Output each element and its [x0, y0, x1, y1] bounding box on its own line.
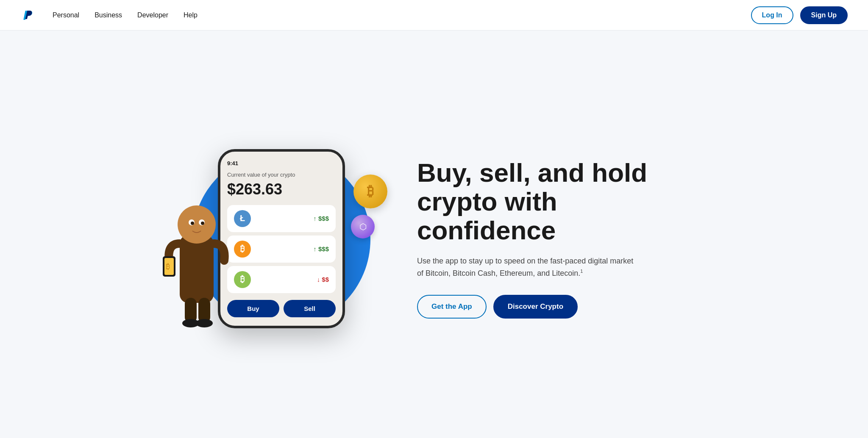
paypal-logo-icon[interactable]	[20, 8, 36, 23]
hero-title: Buy, sell, and hold crypto with confiden…	[417, 158, 688, 245]
phone-mockup: 9:41 Current value of your crypto $263.6…	[218, 149, 345, 328]
footnote-marker: 1	[580, 269, 583, 274]
character-illustration: ₿	[163, 184, 231, 328]
nav-developer[interactable]: Developer	[137, 11, 168, 19]
phone-time: 9:41	[227, 160, 336, 166]
phone-crypto-value: $263.63	[227, 180, 336, 198]
nav-help[interactable]: Help	[184, 11, 198, 19]
svg-point-1	[178, 205, 216, 244]
crypto-row-ltc: Ł ↑ $$$	[227, 205, 336, 232]
phone-sell-button[interactable]: Sell	[284, 300, 336, 317]
nav-right: Log In Sign Up	[751, 6, 848, 24]
svg-point-12	[196, 319, 213, 327]
hero-illustration: ₿ ⬡ ₿	[180, 149, 383, 328]
ltc-change: ↑ $$$	[313, 215, 329, 222]
nav-business[interactable]: Business	[95, 11, 122, 19]
phone-action-buttons: Buy Sell	[227, 300, 336, 317]
hero-description: Use the app to stay up to speed on the f…	[417, 255, 637, 280]
discover-crypto-button[interactable]: Discover Crypto	[493, 295, 578, 319]
btc-change: ↑ $$$	[313, 245, 329, 252]
navbar: Personal Business Developer Help Log In …	[0, 0, 868, 30]
btc-icon: ₿	[234, 241, 251, 258]
bch-icon: ₿	[234, 271, 251, 288]
hero-content: Buy, sell, and hold crypto with confiden…	[417, 158, 688, 319]
svg-text:₿: ₿	[166, 262, 170, 271]
phone-buy-button[interactable]: Buy	[227, 300, 279, 317]
get-app-button[interactable]: Get the App	[417, 295, 487, 319]
nav-links: Personal Business Developer Help	[53, 11, 198, 19]
nav-left: Personal Business Developer Help	[20, 8, 198, 23]
ethereum-coin-icon: ⬡	[351, 215, 375, 238]
ltc-icon: Ł	[234, 210, 251, 227]
hero-cta-buttons: Get the App Discover Crypto	[417, 295, 688, 319]
hero-section: ₿ ⬡ ₿	[0, 30, 868, 438]
svg-point-4	[191, 222, 194, 225]
bch-change: ↓ $$	[317, 276, 329, 283]
login-button[interactable]: Log In	[751, 6, 793, 24]
signup-button[interactable]: Sign Up	[800, 6, 848, 24]
svg-point-5	[201, 222, 204, 225]
nav-personal[interactable]: Personal	[53, 11, 79, 19]
crypto-list: Ł ↑ $$$ ₿ ↑ $$$ ₿ ↓ $$	[227, 205, 336, 293]
crypto-row-bch: ₿ ↓ $$	[227, 266, 336, 293]
phone-crypto-label: Current value of your crypto	[227, 172, 336, 178]
bitcoin-coin-icon: ₿	[353, 175, 387, 208]
crypto-row-btc: ₿ ↑ $$$	[227, 236, 336, 263]
svg-rect-0	[180, 235, 214, 303]
